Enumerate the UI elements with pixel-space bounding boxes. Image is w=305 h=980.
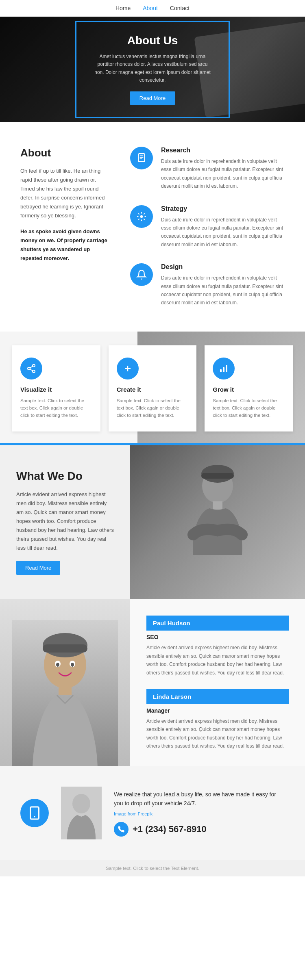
about-paragraph2: He as spoke avoid given downs money on w… <box>20 227 110 263</box>
about-left-content: About Oh feel if up to till like. He an … <box>20 147 110 307</box>
svg-rect-14 <box>226 365 227 372</box>
svg-point-7 <box>33 370 35 373</box>
card-visualize-title: Visualize it <box>20 386 52 393</box>
linda-description: Article evident arrived express highest … <box>146 717 289 750</box>
phone-svg <box>118 826 125 833</box>
navigation: Home About Contact <box>0 0 305 17</box>
research-description: Duis aute irure dolor in reprehenderit i… <box>161 157 285 191</box>
svg-rect-22 <box>43 644 87 653</box>
card-create-description: Sample text. Click to select the text bo… <box>117 397 189 419</box>
feature-research: Research Duis aute irure dolor in repreh… <box>130 147 285 191</box>
nav-home[interactable]: Home <box>115 5 131 11</box>
cards-container: Visualize it Sample text. Click to selec… <box>0 332 305 445</box>
paul-role: SEO <box>146 634 289 640</box>
hero-section: About Us Amet luctus venenatis lectus ma… <box>0 17 305 122</box>
team-member-linda: Linda Larson Manager Article evident arr… <box>146 689 289 750</box>
svg-point-29 <box>34 816 35 817</box>
feature-strategy: Strategy Duis aute irure dolor in repreh… <box>130 205 285 249</box>
footer: Sample text. Click to select the Text El… <box>0 860 305 876</box>
design-text: Design Duis aute irure dolor in reprehen… <box>161 263 285 307</box>
person-svg <box>165 453 270 592</box>
freepik-attribution: Image from Freepik <box>114 811 285 816</box>
what-read-more-button[interactable]: Read More <box>16 561 60 575</box>
about-section: About Oh feel if up to till like. He an … <box>0 122 305 332</box>
svg-point-31 <box>72 794 90 813</box>
design-icon <box>130 263 153 286</box>
footer-text: Sample text. Click to select the Text El… <box>106 866 199 871</box>
card-grow: Grow it Sample text. Click to select the… <box>205 345 293 431</box>
linda-name-bar: Linda Larson <box>146 689 289 704</box>
svg-rect-3 <box>140 158 142 159</box>
svg-point-6 <box>28 367 30 370</box>
nav-contact[interactable]: Contact <box>170 5 190 11</box>
research-title: Research <box>161 147 285 154</box>
svg-rect-12 <box>220 369 222 372</box>
create-icon <box>117 358 139 379</box>
card-create-title: Create it <box>117 386 141 393</box>
contact-phone: +1 (234) 567-8910 <box>114 822 285 837</box>
paul-description: Article evident arrived express highest … <box>146 644 289 677</box>
contact-description: We realize that you lead a busy life, so… <box>114 790 285 808</box>
team-info: Paul Hudson SEO Article evident arrived … <box>130 599 305 766</box>
team-section: Paul Hudson SEO Article evident arrived … <box>0 599 305 766</box>
contact-person-image <box>61 787 102 839</box>
card-visualize-description: Sample text. Click to select the text bo… <box>20 397 92 419</box>
contact-text: We realize that you lead a busy life, so… <box>114 790 285 837</box>
what-heading: What We Do <box>16 470 114 483</box>
what-person-image <box>130 445 305 600</box>
svg-rect-2 <box>140 157 144 158</box>
contact-tablet-icon <box>20 799 49 827</box>
paul-name-bar: Paul Hudson <box>146 616 289 631</box>
svg-point-25 <box>56 663 59 667</box>
research-text: Research Duis aute irure dolor in repreh… <box>161 147 285 191</box>
what-we-do-right <box>130 445 305 600</box>
svg-point-26 <box>71 663 74 667</box>
svg-rect-13 <box>223 367 224 372</box>
card-visualize: Visualize it Sample text. Click to selec… <box>12 345 100 431</box>
svg-line-8 <box>30 369 33 371</box>
svg-rect-17 <box>201 473 234 479</box>
hero-read-more-button[interactable]: Read More <box>130 91 175 105</box>
design-description: Duis aute irure dolor in reprehenderit i… <box>161 274 285 307</box>
strategy-description: Duis aute irure dolor in reprehenderit i… <box>161 216 285 249</box>
team-person-svg <box>12 620 118 766</box>
team-photo <box>0 599 130 766</box>
strategy-title: Strategy <box>161 205 285 212</box>
grow-icon <box>213 358 235 379</box>
svg-rect-27 <box>59 686 72 695</box>
phone-number: +1 (234) 567-8910 <box>133 824 207 835</box>
contact-section: We realize that you lead a busy life, so… <box>0 766 305 860</box>
what-we-do-section: What We Do Article evident arrived expre… <box>0 445 305 600</box>
what-we-do-left: What We Do Article evident arrived expre… <box>0 445 130 600</box>
hero-title: About Us <box>93 34 212 47</box>
svg-point-4 <box>140 215 143 218</box>
card-grow-description: Sample text. Click to select the text bo… <box>213 397 285 419</box>
hero-description: Amet luctus venenatis lectus magna fring… <box>93 53 212 84</box>
card-create: Create it Sample text. Click to select t… <box>109 345 197 431</box>
phone-icon <box>114 822 129 837</box>
feature-design: Design Duis aute irure dolor in reprehen… <box>130 263 285 307</box>
nav-about[interactable]: About <box>143 5 158 11</box>
about-paragraph1: Oh feel if up to till like. He an thing … <box>20 167 110 221</box>
svg-line-9 <box>30 366 33 368</box>
visualize-icon <box>20 358 42 379</box>
team-member-paul: Paul Hudson SEO Article evident arrived … <box>146 616 289 677</box>
tablet-icon <box>27 806 42 820</box>
strategy-text: Strategy Duis aute irure dolor in repreh… <box>161 205 285 249</box>
design-title: Design <box>161 263 285 271</box>
research-icon <box>130 147 153 169</box>
cards-section: Visualize it Sample text. Click to selec… <box>0 332 305 445</box>
about-heading: About <box>20 147 110 159</box>
what-description: Article evident arrived express highest … <box>16 490 114 553</box>
svg-rect-1 <box>140 156 144 156</box>
strategy-icon <box>130 205 153 228</box>
card-grow-title: Grow it <box>213 386 234 393</box>
svg-rect-18 <box>213 501 222 510</box>
linda-role: Manager <box>146 707 289 714</box>
about-features-list: Research Duis aute irure dolor in repreh… <box>130 147 285 307</box>
hero-content-box: About Us Amet luctus venenatis lectus ma… <box>75 21 230 118</box>
contact-person-svg <box>61 787 102 839</box>
svg-point-5 <box>33 364 35 367</box>
